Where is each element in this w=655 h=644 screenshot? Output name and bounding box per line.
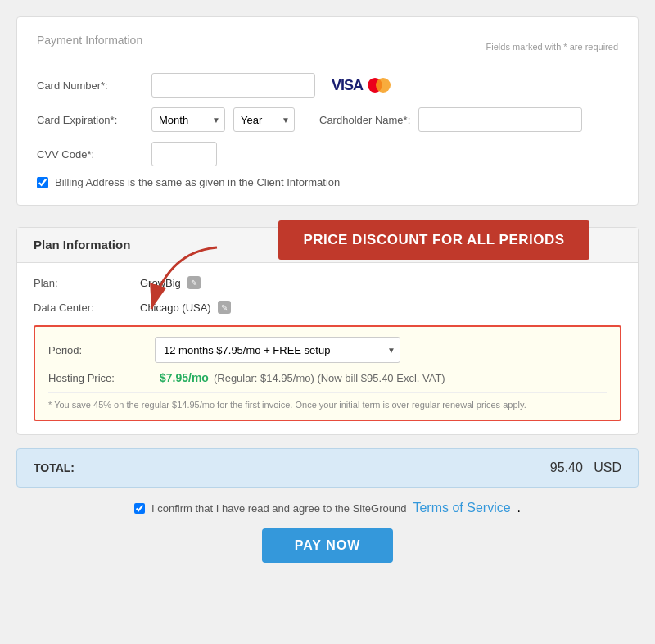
billing-checkbox-row: Billing Address is the same as given in …: [37, 176, 618, 188]
billing-checkbox-label: Billing Address is the same as given in …: [55, 176, 340, 188]
regular-price: (Regular: $14.95/mo) (Now bill $95.40 Ex…: [214, 372, 445, 384]
datacenter-label: Data Center:: [34, 302, 140, 314]
visa-icon: VISA: [332, 77, 363, 94]
cvv-input[interactable]: [151, 142, 217, 166]
confirm-period: .: [517, 501, 521, 515]
plan-row: Plan: GrowBig: [34, 276, 621, 289]
cardholder-name-label: Cardholder Name*:: [319, 114, 410, 126]
datacenter-row: Data Center: Chicago (USA): [34, 301, 621, 314]
total-label: TOTAL:: [34, 461, 75, 474]
year-select[interactable]: Year 202420252026 2027202820292030: [233, 107, 295, 132]
promo-banner: PRICE DISCOUNT FOR ALL PERIODS: [278, 220, 590, 260]
total-amount-value: 95.40: [550, 460, 583, 474]
card-number-input[interactable]: [151, 73, 315, 98]
period-select[interactable]: 12 months $7.95/mo + FREE setup 24 month…: [155, 337, 400, 363]
payment-section-title: Payment Information: [37, 34, 142, 47]
total-amount: 95.40 USD: [550, 460, 621, 475]
card-icons: VISA: [332, 77, 391, 94]
card-number-label: Card Number*:: [37, 79, 143, 92]
terms-checkbox[interactable]: [134, 503, 145, 514]
card-expiration-row: Card Expiration*: Month 010203 040506 07…: [37, 107, 618, 132]
cvv-row: CVV Code*:: [37, 142, 618, 166]
cvv-label: CVV Code*:: [37, 148, 143, 161]
mastercard-icon: [368, 78, 391, 93]
period-highlight-box: Period: 12 months $7.95/mo + FREE setup …: [34, 325, 621, 421]
period-select-wrapper: 12 months $7.95/mo + FREE setup 24 month…: [155, 337, 400, 363]
plan-label: Plan:: [34, 277, 140, 289]
terms-of-service-link[interactable]: Terms of Service: [413, 501, 510, 515]
savings-note: * You save 45% on the regular $14.95/mo …: [48, 392, 607, 410]
arrow-icon: [143, 243, 242, 317]
hosting-price-row: Hosting Price: $7.95/mo (Regular: $14.95…: [48, 371, 607, 384]
period-label: Period:: [48, 344, 155, 356]
plan-card-body: Plan: GrowBig Data Center: Chicago (USA)…: [17, 263, 638, 434]
payment-information-card: Payment Information Fields marked with *…: [16, 16, 639, 206]
billing-checkbox[interactable]: [37, 177, 48, 188]
hosting-price-value: $7.95/mo: [160, 371, 209, 384]
card-expiration-label: Card Expiration*:: [37, 114, 143, 126]
promo-banner-area: PRICE DISCOUNT FOR ALL PERIODS: [16, 211, 639, 260]
card-number-row: Card Number*: VISA: [37, 73, 618, 98]
cardholder-name-input[interactable]: [418, 107, 582, 132]
month-select[interactable]: Month 010203 040506 070809 101112: [151, 107, 225, 132]
year-select-wrapper: Year 202420252026 2027202820292030 ▼: [233, 107, 295, 132]
total-bar: TOTAL: 95.40 USD: [16, 448, 639, 488]
period-row: Period: 12 months $7.95/mo + FREE setup …: [48, 337, 607, 363]
total-currency: USD: [594, 460, 621, 474]
month-select-wrapper: Month 010203 040506 070809 101112 ▼: [151, 107, 225, 132]
confirm-row: I confirm that I have read and agree to …: [16, 501, 639, 515]
required-note: Fields marked with * are required: [486, 42, 618, 52]
confirm-text: I confirm that I have read and agree to …: [151, 502, 406, 515]
pay-now-button[interactable]: PAY NOW: [262, 528, 394, 563]
promo-banner-text: PRICE DISCOUNT FOR ALL PERIODS: [303, 232, 564, 247]
hosting-price-label: Hosting Price:: [48, 372, 155, 384]
